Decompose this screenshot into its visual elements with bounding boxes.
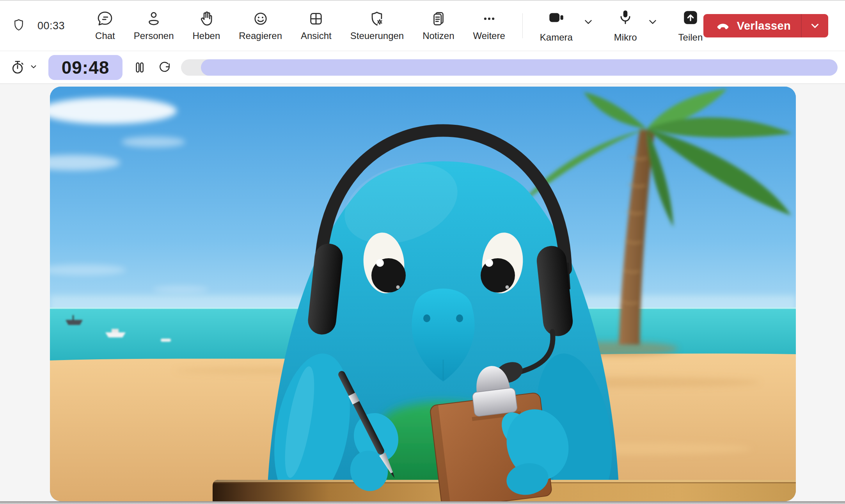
meeting-elapsed-time: 00:33 [37, 20, 65, 32]
toolbar-buttons: Chat Personen Heben Reagieren Ansicht [95, 10, 505, 41]
timer-progress-bar [181, 59, 838, 76]
leave-button-main[interactable]: Verlassen [703, 14, 801, 37]
chat-bubble-icon [96, 10, 114, 27]
smiley-icon [252, 10, 269, 27]
toolbar-button-weitere[interactable]: Weitere [473, 10, 505, 41]
leave-button-label: Verlassen [737, 20, 791, 32]
device-button-label: Mikro [614, 32, 637, 43]
device-button-label: Kamera [540, 32, 573, 43]
pause-button[interactable] [132, 60, 147, 75]
restart-button[interactable] [157, 60, 172, 75]
hang-up-icon [715, 17, 731, 34]
notes-icon [430, 10, 447, 27]
meeting-stage [0, 84, 845, 501]
leave-button[interactable]: Verlassen [703, 14, 828, 37]
toolbar-button-personen[interactable]: Personen [134, 10, 174, 41]
microphone-button[interactable]: Mikro [614, 9, 637, 43]
share-screen-icon [682, 9, 699, 29]
camera-button[interactable]: Kamera [540, 9, 573, 43]
timer-time-value: 09:48 [62, 57, 110, 78]
meeting-stage-video-tile[interactable] [50, 87, 796, 501]
raised-hand-icon [198, 10, 215, 27]
grid-icon [307, 10, 325, 27]
stopwatch-icon [9, 59, 26, 76]
toolbar-button-label: Ansicht [301, 30, 332, 41]
toolbar-divider [522, 13, 523, 38]
toolbar-button-chat[interactable]: Chat [95, 10, 115, 41]
toolbar-button-label: Notizen [422, 30, 454, 41]
microphone-dropdown-chevron-icon[interactable] [647, 16, 658, 29]
share-button[interactable]: Teilen [678, 9, 703, 43]
meeting-video-scene [50, 87, 796, 501]
meeting-toolbar: 00:33 Chat Personen Heben Reagieren [0, 0, 845, 51]
toolbar-button-label: Reagieren [239, 30, 282, 41]
clipboard-clip [472, 387, 518, 417]
toolbar-button-heben[interactable]: Heben [193, 10, 220, 41]
toolbar-button-label: Heben [193, 30, 220, 41]
toolbar-button-notizen[interactable]: Notizen [422, 10, 454, 41]
toolbar-button-label: Chat [95, 30, 115, 41]
shield-icon [12, 18, 26, 34]
share-control-group: Teilen [678, 9, 703, 43]
timer-progress-fill [201, 59, 838, 76]
microphone-icon [616, 9, 634, 29]
toolbar-button-label: Weitere [473, 30, 505, 41]
person-icon [145, 10, 162, 27]
toolbar-button-label: Steuerungen [350, 30, 404, 41]
toolbar-button-reagieren[interactable]: Reagieren [239, 10, 282, 41]
camera-icon [547, 9, 565, 29]
ellipsis-icon [481, 10, 498, 27]
window-bottom-edge [0, 501, 845, 504]
timer-type-dropdown[interactable] [9, 59, 37, 76]
leave-dropdown-chevron-icon[interactable] [802, 14, 828, 37]
timer-chevron-down-icon [30, 63, 37, 72]
timer-bar: 09:48 [0, 51, 845, 84]
camera-dropdown-chevron-icon[interactable] [583, 16, 594, 29]
shield-gear-icon [368, 10, 385, 27]
device-button-label: Teilen [678, 32, 703, 43]
toolbar-button-ansicht[interactable]: Ansicht [301, 10, 332, 41]
microphone-control-group: Mikro [614, 9, 658, 43]
timer-display[interactable]: 09:48 [48, 55, 122, 80]
camera-control-group: Kamera [540, 9, 594, 43]
meeting-status-group: 00:33 [12, 18, 65, 34]
toolbar-button-label: Personen [134, 30, 174, 41]
toolbar-button-steuerungen[interactable]: Steuerungen [350, 10, 404, 41]
